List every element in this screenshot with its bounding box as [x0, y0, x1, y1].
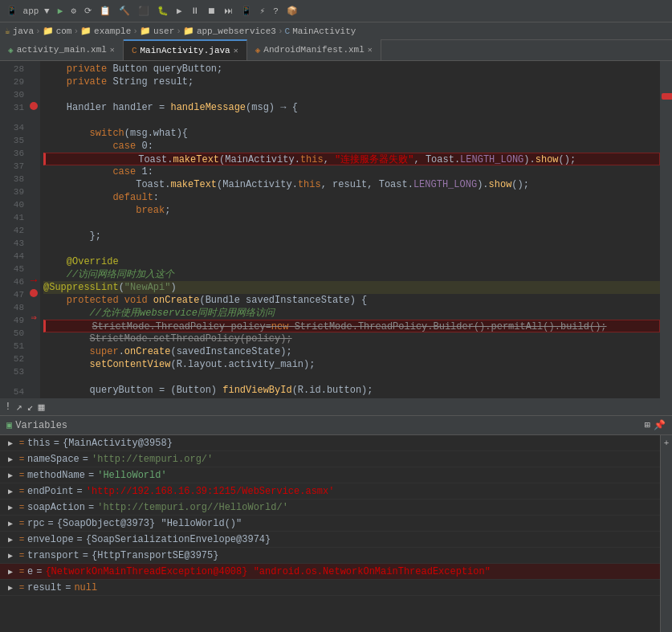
code-line-39: default: — [43, 191, 660, 204]
code-line-42: }; — [43, 230, 660, 243]
var-this-icon: = — [16, 438, 27, 448]
folder-icon-2: 📁 — [43, 26, 54, 36]
code-line-31: Handler handler = handleMessage(msg) → { — [43, 101, 660, 114]
app-icon: 📱 — [6, 6, 18, 16]
toolbar-icon-11[interactable]: 📱 — [238, 4, 255, 18]
step-over-icon[interactable]: ↗ — [16, 401, 22, 414]
var-result[interactable]: ▶ = result = null — [0, 580, 660, 596]
tab-close-xml[interactable]: ✕ — [110, 45, 115, 55]
var-endpoint-expand[interactable]: ▶ — [5, 487, 16, 496]
toolbar-icon-12[interactable]: ⚡ — [257, 4, 269, 18]
code-line-36: Toast.makeText(MainActivity.this, "连接服务器… — [43, 153, 660, 165]
var-transport-expand[interactable]: ▶ — [5, 551, 16, 561]
toolbar-icon-2[interactable]: ⟳ — [81, 4, 95, 18]
tab-close-manifest[interactable]: ✕ — [368, 45, 373, 55]
toolbar-icon-7[interactable]: ▶ — [173, 4, 185, 18]
toolbar-icon-14[interactable]: 📦 — [283, 4, 301, 18]
variables-expand-icon[interactable]: ⊞ — [645, 419, 650, 431]
code-line-30 — [43, 88, 660, 101]
variables-right-sidebar: + — [660, 435, 672, 632]
bc-java[interactable]: ☕ java — [5, 26, 34, 36]
step-into-icon[interactable]: ↙ — [27, 401, 34, 414]
code-line-37: case 1: — [43, 165, 660, 178]
bc-app-webservice3[interactable]: 📁 app_webservice3 — [183, 26, 276, 36]
manifest-file-icon: ◈ — [255, 45, 261, 55]
variables-panel: ▣ Variables ⊞ 📌 ▶ = this = {MainActivity… — [0, 416, 672, 632]
var-rpc[interactable]: ▶ = rpc = {SoapObject@3973} "HelloWorld(… — [0, 516, 660, 532]
run-button[interactable]: ▶ — [55, 4, 67, 18]
code-line-29: private String result; — [43, 75, 660, 88]
var-methodname[interactable]: ▶ = methodName = 'HelloWorld' — [0, 467, 660, 483]
warning-icon[interactable]: ! — [5, 401, 11, 413]
var-endpoint-icon: = — [16, 487, 27, 496]
toolbar-icon-5[interactable]: ⬛ — [135, 4, 153, 18]
code-line-28: private Button queryButton; — [43, 63, 660, 75]
add-var-icon[interactable]: + — [664, 438, 670, 448]
folder-icon-3: 📁 — [80, 26, 92, 36]
toolbar-icon-3[interactable]: 📋 — [96, 4, 114, 18]
breadcrumb: ☕ java › 📁 com › 📁 example › 📁 user › 📁 … — [0, 22, 672, 40]
app-dropdown[interactable]: 📱 app ▼ — [3, 4, 53, 18]
variables-pin-icon[interactable]: 📌 — [654, 419, 666, 431]
folder-icon: ☕ — [5, 26, 10, 36]
code-line-35: case 0: — [43, 140, 660, 153]
code-line-50: StrictMode.setThreadPolicy(policy); — [43, 332, 660, 345]
var-e-expand[interactable]: ▶ — [5, 567, 16, 577]
code-line-32 — [43, 114, 660, 127]
toolbar: 📱 app ▼ ▶ ⚙ ⟳ 📋 🔨 ⬛ 🐛 ▶ ⏸ ⏹ ⏭ 📱 ⚡ ? 📦 — [0, 0, 672, 22]
var-soapaction-icon: = — [16, 503, 27, 512]
code-line-43 — [43, 243, 660, 255]
var-soapaction-expand[interactable]: ▶ — [5, 503, 16, 512]
line-numbers: 28 29 30 31 34 35 36 37 38 39 40 41 42 4… — [0, 61, 27, 398]
tab-mainactivity-java[interactable]: C MainActivity.java ✕ — [124, 39, 247, 60]
variables-title: Variables — [15, 420, 67, 431]
var-this[interactable]: ▶ = this = {MainActivity@3958} — [0, 435, 660, 451]
toolbar-icon-8[interactable]: ⏸ — [187, 4, 202, 18]
bc-example[interactable]: 📁 example — [80, 26, 131, 36]
breakpoint — [30, 102, 38, 110]
bc-user[interactable]: 📁 user — [140, 26, 174, 36]
var-envelope[interactable]: ▶ = envelope = {SoapSerializationEnvelop… — [0, 532, 660, 548]
variables-header: ▣ Variables ⊞ 📌 — [0, 416, 672, 435]
var-rpc-expand[interactable]: ▶ — [5, 519, 16, 528]
toolbar-icon-6[interactable]: 🐛 — [154, 4, 172, 18]
code-content[interactable]: private Button queryButton; private Stri… — [40, 61, 660, 398]
toolbar-icon-10[interactable]: ⏭ — [221, 4, 236, 18]
toolbar-icon-9[interactable]: ⏹ — [204, 4, 219, 18]
code-line-47: protected void onCreate(Bundle savedInst… — [43, 294, 660, 307]
toolbar-icon-13[interactable]: ? — [270, 5, 282, 18]
var-soapaction[interactable]: ▶ = soapAction = 'http://tempuri.org//He… — [0, 499, 660, 516]
code-line-44: @Override — [43, 255, 660, 268]
var-namespace-icon: = — [16, 455, 27, 464]
red-arrow-2: ⇒ — [31, 312, 36, 324]
var-exception-e[interactable]: ▶ = e = {NetworkOnMainThreadException@40… — [0, 564, 660, 580]
folder-icon-5: 📁 — [183, 26, 194, 36]
var-envelope-expand[interactable]: ▶ — [5, 535, 16, 544]
var-result-expand[interactable]: ▶ — [5, 583, 16, 593]
bc-com[interactable]: 📁 com — [43, 26, 72, 36]
var-methodname-expand[interactable]: ▶ — [5, 471, 16, 480]
var-namespace-expand[interactable]: ▶ — [5, 455, 16, 464]
class-icon: C — [285, 27, 291, 36]
variables-content: ▶ = this = {MainActivity@3958} ▶ = nameS… — [0, 435, 672, 632]
toolbar-icon-1[interactable]: ⚙ — [67, 4, 79, 18]
variables-list[interactable]: ▶ = this = {MainActivity@3958} ▶ = nameS… — [0, 435, 660, 632]
right-scrollbar[interactable] — [660, 61, 672, 398]
frames-icon[interactable]: ▦ — [38, 401, 44, 414]
var-namespace[interactable]: ▶ = nameSpace = 'http://tempuri.org/' — [0, 451, 660, 467]
var-transport[interactable]: ▶ = transport = {HttpTransportSE@3975} — [0, 548, 660, 564]
current-line-arrow: → — [31, 274, 37, 287]
var-e-icon: = — [16, 567, 27, 577]
code-editor[interactable]: 28 29 30 31 34 35 36 37 38 39 40 41 42 4… — [0, 61, 672, 398]
var-endpoint[interactable]: ▶ = endPoint = 'http://192.168.16.39:121… — [0, 483, 660, 499]
code-line-38: Toast.makeText(MainActivity.this, result… — [43, 178, 660, 191]
tab-androidmanifest-xml[interactable]: ◈ AndroidManifest.xml ✕ — [247, 39, 381, 60]
code-line-53 — [43, 371, 660, 384]
tab-close-java[interactable]: ✕ — [234, 46, 238, 55]
bc-mainactivity[interactable]: C MainActivity — [285, 27, 356, 36]
tab-activity-main-xml[interactable]: ◈ activity_main.xml ✕ — [0, 39, 124, 60]
variables-panel-icon: ▣ — [6, 419, 12, 431]
var-this-expand[interactable]: ▶ — [5, 438, 16, 448]
toolbar-icon-4[interactable]: 🔨 — [116, 4, 133, 18]
xml-file-icon: ◈ — [8, 45, 14, 55]
